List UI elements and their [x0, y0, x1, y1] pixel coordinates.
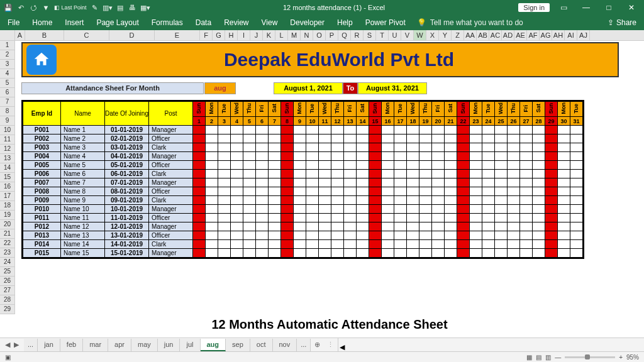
col-header-A[interactable]: A [15, 30, 25, 40]
cell-doj[interactable]: 04-01-2019 [105, 152, 149, 161]
attendance-cell[interactable] [231, 178, 243, 187]
attendance-cell[interactable] [407, 170, 419, 178]
attendance-cell[interactable] [558, 214, 570, 222]
attendance-cell[interactable] [407, 152, 419, 161]
home-icon[interactable] [26, 45, 57, 75]
attendance-cell[interactable] [306, 205, 319, 214]
attendance-cell[interactable] [357, 143, 369, 152]
attendance-cell[interactable] [419, 178, 432, 187]
attendance-cell[interactable] [243, 134, 256, 143]
attendance-cell[interactable] [218, 161, 231, 170]
maximize-icon[interactable]: □ [600, 3, 618, 12]
attendance-cell[interactable] [357, 134, 369, 143]
attendance-cell[interactable] [294, 170, 306, 178]
attendance-cell[interactable] [545, 222, 558, 231]
attendance-cell[interactable] [281, 161, 294, 170]
col-header-AE[interactable]: AE [514, 30, 527, 40]
attendance-cell[interactable] [269, 196, 281, 205]
ribbon-options-icon[interactable]: ▭ [555, 3, 572, 12]
attendance-cell[interactable] [558, 187, 570, 196]
attendance-cell[interactable] [470, 187, 482, 196]
sheet-tab-oct[interactable]: oct [250, 339, 273, 351]
attendance-cell[interactable] [243, 205, 256, 214]
cell-empid[interactable]: P003 [23, 143, 61, 152]
attendance-cell[interactable] [394, 249, 407, 258]
row-header-21[interactable]: 21 [0, 229, 15, 239]
attendance-cell[interactable] [445, 152, 457, 161]
attendance-cell[interactable] [520, 178, 533, 187]
cell-post[interactable]: Clark [149, 170, 193, 178]
attendance-cell[interactable] [508, 231, 520, 240]
attendance-cell[interactable] [243, 161, 256, 170]
attendance-cell[interactable] [508, 134, 520, 143]
attendance-cell[interactable] [419, 240, 432, 249]
attendance-cell[interactable] [193, 222, 206, 231]
attendance-cell[interactable] [545, 178, 558, 187]
attendance-cell[interactable] [369, 231, 382, 240]
attendance-cell[interactable] [482, 187, 495, 196]
row-header-14[interactable]: 14 [0, 163, 15, 173]
attendance-cell[interactable] [482, 143, 495, 152]
attendance-cell[interactable] [269, 205, 281, 214]
attendance-cell[interactable] [369, 187, 382, 196]
attendance-cell[interactable] [231, 126, 243, 134]
attendance-cell[interactable] [495, 126, 508, 134]
ribbon-tab-help[interactable]: Help [331, 16, 359, 30]
attendance-cell[interactable] [344, 143, 357, 152]
attendance-cell[interactable] [508, 178, 520, 187]
attendance-cell[interactable] [482, 196, 495, 205]
share-button[interactable]: Share [616, 18, 636, 27]
attendance-cell[interactable] [294, 126, 306, 134]
ribbon-tab-view[interactable]: View [255, 16, 284, 30]
attendance-cell[interactable] [545, 161, 558, 170]
attendance-cell[interactable] [193, 196, 206, 205]
attendance-cell[interactable] [243, 231, 256, 240]
col-header-C[interactable]: C [64, 30, 109, 40]
row-header-29[interactable]: 29 [0, 305, 15, 314]
undo-icon[interactable]: ↶ [16, 3, 25, 12]
attendance-cell[interactable] [294, 222, 306, 231]
attendance-cell[interactable] [520, 170, 533, 178]
attendance-cell[interactable] [558, 143, 570, 152]
attendance-cell[interactable] [394, 170, 407, 178]
attendance-cell[interactable] [206, 134, 218, 143]
attendance-cell[interactable] [193, 143, 206, 152]
ribbon-tab-insert[interactable]: Insert [58, 16, 90, 30]
attendance-cell[interactable] [331, 161, 344, 170]
ribbon-tab-review[interactable]: Review [218, 16, 255, 30]
col-header-M[interactable]: M [288, 30, 301, 40]
sheet-tab-jul[interactable]: jul [180, 339, 200, 351]
attendance-cell[interactable] [533, 178, 545, 187]
attendance-cell[interactable] [533, 187, 545, 196]
attendance-cell[interactable] [256, 231, 269, 240]
attendance-cell[interactable] [520, 187, 533, 196]
attendance-cell[interactable] [482, 161, 495, 170]
attendance-cell[interactable] [357, 152, 369, 161]
attendance-cell[interactable] [269, 187, 281, 196]
attendance-cell[interactable] [558, 231, 570, 240]
attendance-cell[interactable] [369, 214, 382, 222]
attendance-cell[interactable] [331, 196, 344, 205]
attendance-cell[interactable] [470, 222, 482, 231]
attendance-cell[interactable] [218, 187, 231, 196]
attendance-cell[interactable] [508, 152, 520, 161]
cell-post[interactable]: Manager [149, 152, 193, 161]
attendance-cell[interactable] [570, 170, 583, 178]
attendance-cell[interactable] [344, 196, 357, 205]
attendance-cell[interactable] [495, 170, 508, 178]
ribbon-tab-power-pivot[interactable]: Power Pivot [359, 16, 412, 30]
cell-post[interactable]: Officer [149, 214, 193, 222]
attendance-cell[interactable] [432, 178, 445, 187]
attendance-cell[interactable] [558, 161, 570, 170]
attendance-cell[interactable] [281, 214, 294, 222]
attendance-cell[interactable] [357, 222, 369, 231]
attendance-cell[interactable] [256, 214, 269, 222]
cell-post[interactable]: Manager [149, 249, 193, 258]
attendance-cell[interactable] [319, 231, 331, 240]
cell-empid[interactable]: P001 [23, 126, 61, 134]
attendance-cell[interactable] [193, 214, 206, 222]
attendance-cell[interactable] [369, 161, 382, 170]
attendance-cell[interactable] [294, 187, 306, 196]
sheet-tab-apr[interactable]: apr [108, 339, 131, 351]
sheet-tab-nov[interactable]: nov [273, 339, 297, 351]
